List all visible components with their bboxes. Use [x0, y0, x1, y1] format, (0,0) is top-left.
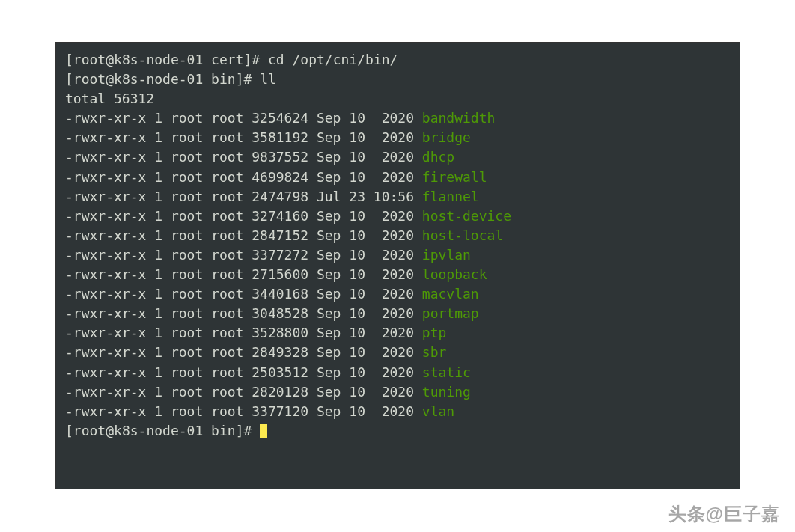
prompt-host: k8s-node-01	[114, 52, 203, 67]
file-name: ipvlan	[422, 247, 471, 263]
prompt-line-2: [root@k8s-node-01 bin]# ll	[65, 70, 731, 89]
file-name: macvlan	[422, 286, 479, 302]
prompt-cwd: bin	[211, 71, 236, 87]
prompt-line-3: [root@k8s-node-01 bin]#	[65, 421, 731, 441]
file-meta: -rwxr-xr-x 1 root root 3274160 Sep 10 20…	[65, 208, 422, 224]
file-name: ptp	[422, 325, 447, 340]
file-meta: -rwxr-xr-x 1 root root 3581192 Sep 10 20…	[65, 129, 422, 145]
file-name: loopback	[422, 266, 487, 282]
file-meta: -rwxr-xr-x 1 root root 2503512 Sep 10 20…	[65, 364, 422, 380]
prompt-host: k8s-node-01	[114, 423, 203, 438]
cursor-block[interactable]	[260, 424, 267, 438]
file-meta: -rwxr-xr-x 1 root root 4699824 Sep 10 20…	[65, 169, 422, 185]
prompt-user: root	[73, 52, 106, 67]
prompt-line-1: [root@k8s-node-01 cert]# cd /opt/cni/bin…	[65, 50, 731, 70]
file-meta: -rwxr-xr-x 1 root root 3048528 Sep 10 20…	[65, 305, 422, 321]
prompt-user: root	[73, 71, 106, 87]
file-name: bridge	[422, 129, 471, 145]
file-row: -rwxr-xr-x 1 root root 9837552 Sep 10 20…	[65, 147, 731, 167]
file-meta: -rwxr-xr-x 1 root root 2847152 Sep 10 20…	[65, 227, 422, 243]
prompt-user: root	[73, 423, 106, 438]
file-name: flannel	[422, 189, 479, 204]
terminal-window[interactable]: [root@k8s-node-01 cert]# cd /opt/cni/bin…	[55, 42, 740, 489]
file-meta: -rwxr-xr-x 1 root root 2474798 Jul 23 10…	[65, 189, 422, 204]
command-text: cd /opt/cni/bin/	[268, 52, 398, 67]
file-row: -rwxr-xr-x 1 root root 4699824 Sep 10 20…	[65, 168, 731, 187]
file-row: -rwxr-xr-x 1 root root 3274160 Sep 10 20…	[65, 207, 731, 226]
file-name: tuning	[422, 384, 471, 400]
file-name: host-device	[422, 208, 511, 224]
file-meta: -rwxr-xr-x 1 root root 3377272 Sep 10 20…	[65, 247, 422, 263]
prompt-symbol: #	[243, 71, 252, 87]
file-meta: -rwxr-xr-x 1 root root 3377120 Sep 10 20…	[65, 403, 422, 419]
file-row: -rwxr-xr-x 1 root root 2820128 Sep 10 20…	[65, 382, 731, 402]
file-name: sbr	[422, 344, 447, 360]
file-meta: -rwxr-xr-x 1 root root 3440168 Sep 10 20…	[65, 286, 422, 302]
file-meta: -rwxr-xr-x 1 root root 2820128 Sep 10 20…	[65, 384, 422, 400]
file-row: -rwxr-xr-x 1 root root 3581192 Sep 10 20…	[65, 128, 731, 147]
file-name: static	[422, 364, 471, 380]
file-name: bandwidth	[422, 110, 496, 126]
file-row: -rwxr-xr-x 1 root root 3440168 Sep 10 20…	[65, 284, 731, 304]
file-row: -rwxr-xr-x 1 root root 3377272 Sep 10 20…	[65, 245, 731, 265]
file-meta: -rwxr-xr-x 1 root root 2849328 Sep 10 20…	[65, 344, 422, 360]
file-name: host-local	[422, 227, 503, 243]
file-row: -rwxr-xr-x 1 root root 3048528 Sep 10 20…	[65, 304, 731, 323]
file-meta: -rwxr-xr-x 1 root root 3254624 Sep 10 20…	[65, 110, 422, 126]
file-name: dhcp	[422, 149, 454, 165]
file-row: -rwxr-xr-x 1 root root 3254624 Sep 10 20…	[65, 108, 731, 128]
prompt-host: k8s-node-01	[114, 71, 203, 87]
file-name: firewall	[422, 169, 487, 185]
prompt-cwd: cert	[211, 52, 243, 67]
total-line: total 56312	[65, 89, 731, 108]
file-name: portmap	[422, 305, 479, 321]
file-row: -rwxr-xr-x 1 root root 3528800 Sep 10 20…	[65, 323, 731, 343]
file-listing: -rwxr-xr-x 1 root root 3254624 Sep 10 20…	[65, 108, 731, 421]
file-row: -rwxr-xr-x 1 root root 2847152 Sep 10 20…	[65, 226, 731, 245]
prompt-symbol: #	[243, 423, 252, 438]
file-row: -rwxr-xr-x 1 root root 2503512 Sep 10 20…	[65, 363, 731, 382]
file-row: -rwxr-xr-x 1 root root 2715600 Sep 10 20…	[65, 265, 731, 284]
file-name: vlan	[422, 403, 454, 419]
prompt-cwd: bin	[211, 423, 236, 438]
watermark-text: 头条@巨子嘉	[668, 502, 780, 526]
file-row: -rwxr-xr-x 1 root root 2474798 Jul 23 10…	[65, 187, 731, 207]
prompt-symbol: #	[252, 52, 260, 67]
file-row: -rwxr-xr-x 1 root root 3377120 Sep 10 20…	[65, 402, 731, 421]
file-meta: -rwxr-xr-x 1 root root 2715600 Sep 10 20…	[65, 266, 422, 282]
file-meta: -rwxr-xr-x 1 root root 9837552 Sep 10 20…	[65, 149, 422, 165]
file-meta: -rwxr-xr-x 1 root root 3528800 Sep 10 20…	[65, 325, 422, 340]
file-row: -rwxr-xr-x 1 root root 2849328 Sep 10 20…	[65, 343, 731, 362]
command-text: ll	[260, 71, 276, 87]
